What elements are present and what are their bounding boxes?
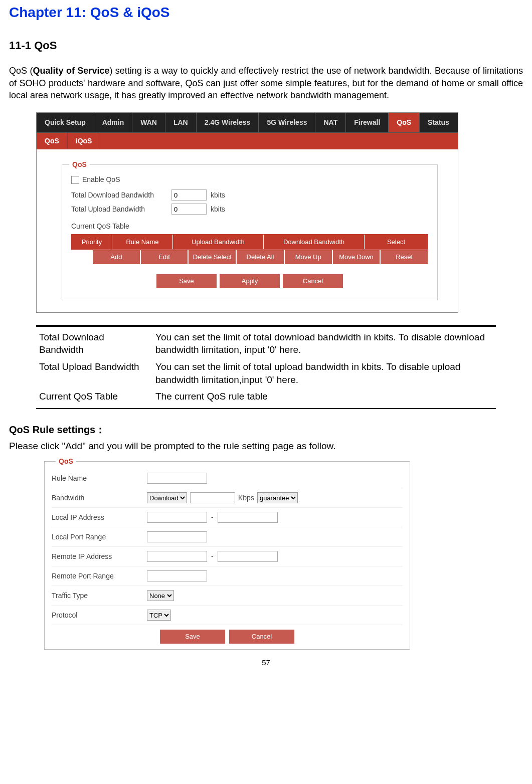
desc-key: Total Upload Bandwidth (36, 358, 152, 388)
desc-value: The current QoS rule table (152, 388, 496, 405)
table-row: Total Upload Bandwidth You can set the l… (36, 358, 496, 388)
protocol-select[interactable]: TCP (147, 610, 171, 621)
qos-panel-legend: QoS (69, 160, 90, 169)
local-port-input[interactable] (147, 531, 207, 542)
th-select: Select (365, 235, 428, 250)
total-download-input[interactable] (171, 189, 207, 201)
qos-panel: QoS Enable QoS Total Download Bandwidth … (62, 164, 438, 300)
tab-nat[interactable]: NAT (315, 113, 346, 132)
tab-status[interactable]: Status (420, 113, 457, 132)
local-ip-end-input[interactable] (218, 512, 278, 523)
qos-table-header: Priority Rule Name Upload Bandwidth Down… (71, 234, 428, 250)
bandwidth-value-input[interactable] (190, 492, 235, 503)
th-download-bandwidth: Download Bandwidth (264, 235, 365, 250)
th-priority: Priority (72, 235, 112, 250)
save-button[interactable]: Save (156, 274, 217, 289)
remote-ip-end-input[interactable] (218, 551, 278, 562)
desc-value: You can set the limit of total upload ba… (152, 358, 496, 388)
enable-qos-checkbox[interactable] (71, 176, 79, 184)
bandwidth-direction-select[interactable]: Download (147, 492, 187, 503)
intro-prefix: QoS ( (9, 66, 33, 76)
sub-nav: QoS iQoS (37, 133, 458, 149)
kbits-label-2: kbits (211, 205, 225, 214)
tab-quick-setup[interactable]: Quick Setup (37, 113, 94, 132)
bandwidth-mode-select[interactable]: guarantee (257, 492, 298, 503)
qos-rule-screenshot: QoS Rule Name Bandwidth Download Kbps gu… (44, 461, 410, 650)
total-upload-input[interactable] (171, 204, 207, 215)
tab-firewall[interactable]: Firewall (346, 113, 389, 132)
delete-select-button[interactable]: Delete Select (188, 250, 236, 265)
tab-24g[interactable]: 2.4G Wireless (197, 113, 259, 132)
table-row: Total Download Bandwidth You can set the… (36, 329, 496, 358)
main-nav: Quick Setup Admin WAN LAN 2.4G Wireless … (37, 113, 458, 133)
desc-key: Current QoS Table (36, 388, 152, 405)
dash-icon: - (211, 552, 214, 561)
reset-button[interactable]: Reset (380, 250, 428, 265)
apply-button[interactable]: Apply (219, 274, 280, 289)
qos2-save-button[interactable]: Save (159, 629, 226, 644)
traffic-type-select[interactable]: None (147, 590, 174, 601)
protocol-label: Protocol (52, 611, 147, 620)
table-top-rule (36, 325, 496, 327)
desc-value: You can set the limit of total download … (152, 329, 496, 358)
desc-key: Total Download Bandwidth (36, 329, 152, 358)
rule-name-input[interactable] (147, 473, 207, 484)
bandwidth-label: Bandwidth (52, 493, 147, 503)
remote-ip-start-input[interactable] (147, 551, 207, 562)
local-ip-label: Local IP Address (52, 513, 147, 522)
bottom-action-row: Save Apply Cancel (71, 274, 428, 289)
local-port-label: Local Port Range (52, 532, 147, 542)
traffic-type-label: Traffic Type (52, 591, 147, 601)
local-ip-start-input[interactable] (147, 512, 207, 523)
table-row: Current QoS Table The current QoS rule t… (36, 388, 496, 405)
kbits-label: kbits (211, 190, 225, 200)
bandwidth-unit: Kbps (238, 493, 254, 503)
remote-port-input[interactable] (147, 570, 207, 581)
qos2-legend: QoS (56, 457, 76, 466)
move-up-button[interactable]: Move Up (284, 250, 332, 265)
qos-screenshot: Quick Setup Admin WAN LAN 2.4G Wireless … (36, 112, 458, 312)
intro-paragraph: QoS (Quality of Service) setting is a wa… (9, 65, 523, 101)
intro-bold: Quality of Service (33, 66, 109, 76)
tab-lan[interactable]: LAN (165, 113, 197, 132)
move-down-button[interactable]: Move Down (332, 250, 381, 265)
th-upload-bandwidth: Upload Bandwidth (173, 235, 264, 250)
rule-name-label: Rule Name (52, 474, 147, 483)
table-bottom-rule (36, 408, 496, 409)
edit-button[interactable]: Edit (140, 250, 189, 265)
remote-ip-label: Remote IP Address (52, 552, 147, 561)
total-download-label: Total Download Bandwidth (71, 190, 171, 200)
qos-rule-settings-heading: QoS Rule settings： (9, 423, 523, 437)
enable-qos-label: Enable QoS (82, 175, 120, 184)
qos2-button-row: Save Cancel (52, 625, 403, 644)
qos-rule-settings-instruction: Please click "Add" and you will be promp… (9, 440, 523, 453)
description-table: Total Download Bandwidth You can set the… (36, 329, 496, 405)
dash-icon: - (211, 513, 214, 522)
tab-qos[interactable]: QoS (389, 113, 420, 132)
total-upload-label: Total Upload Bandwidth (71, 205, 171, 214)
page-number: 57 (9, 658, 523, 668)
current-qos-table-label: Current QoS Table (71, 222, 428, 231)
section-title: 11-1 QoS (9, 38, 523, 53)
remote-port-label: Remote Port Range (52, 571, 147, 581)
delete-all-button[interactable]: Delete All (236, 250, 284, 265)
tab-admin[interactable]: Admin (94, 113, 133, 132)
chapter-title: Chapter 11: QoS & iQoS (9, 3, 523, 22)
subtab-iqos[interactable]: iQoS (68, 133, 101, 149)
tab-5g[interactable]: 5G Wireless (259, 113, 315, 132)
qos2-cancel-button[interactable]: Cancel (229, 629, 295, 644)
subtab-qos[interactable]: QoS (37, 133, 68, 149)
cancel-button[interactable]: Cancel (282, 274, 343, 289)
table-action-row: Add Edit Delete Select Delete All Move U… (71, 250, 428, 265)
th-rule-name: Rule Name (112, 235, 173, 250)
tab-wan[interactable]: WAN (132, 113, 165, 132)
add-button[interactable]: Add (92, 250, 140, 265)
